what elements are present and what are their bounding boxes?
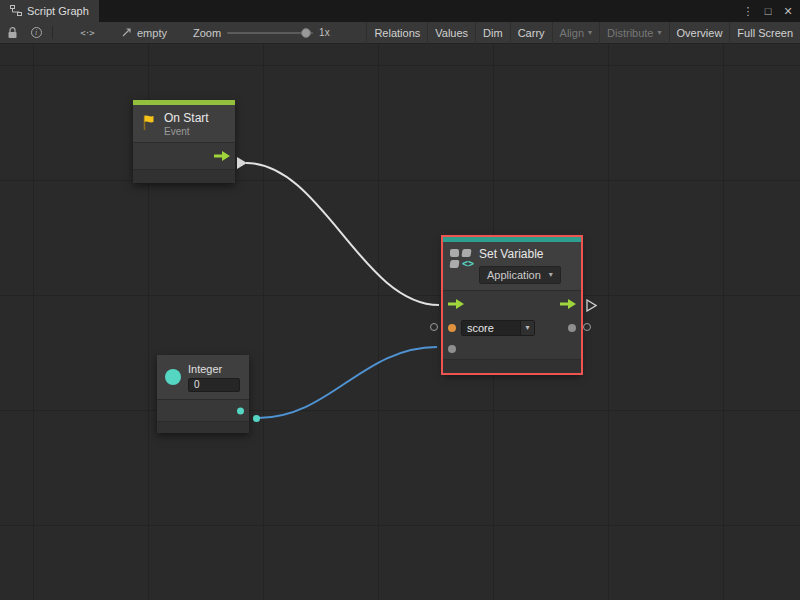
align-button[interactable]: Align▾: [552, 22, 599, 44]
zoom-slider[interactable]: [227, 32, 313, 34]
variable-name-dropdown[interactable]: ▾: [520, 321, 534, 335]
node-subtitle: Event: [164, 126, 209, 137]
relations-button[interactable]: Relations: [366, 22, 427, 44]
distribute-button[interactable]: Distribute▾: [599, 22, 668, 44]
set-variable-texts: Set Variable Application ▾: [479, 247, 561, 284]
set-variable-value-row: score ▾: [443, 317, 581, 339]
variable-name-field[interactable]: score ▾: [461, 320, 535, 336]
variable-box-icon: [450, 249, 459, 257]
zoom-label: Zoom: [193, 27, 221, 39]
variable-name-value[interactable]: score: [462, 321, 520, 335]
carry-button[interactable]: Carry: [510, 22, 552, 44]
variable-box-icon: [461, 249, 471, 257]
window-controls: ⋮ □ ✕: [740, 0, 800, 22]
integer-port-row: [157, 400, 249, 421]
integer-type-icon: [165, 369, 181, 385]
on-start-port-row: [133, 143, 235, 169]
chevron-down-icon: ▾: [525, 324, 529, 332]
code-preview-icon[interactable]: <·>: [75, 22, 99, 43]
flow-continuation-triangle: [586, 299, 597, 314]
selection-cursor-icon: [121, 26, 133, 40]
dim-button[interactable]: Dim: [475, 22, 510, 44]
window-maximize-button[interactable]: □: [760, 3, 776, 19]
node-title: On Start: [164, 111, 209, 125]
fullscreen-button[interactable]: Full Screen: [729, 22, 800, 44]
zoom-control: Zoom 1x: [193, 27, 330, 39]
graph-canvas[interactable]: On Start Event <> Set Variable: [0, 44, 800, 600]
set-variable-header[interactable]: <> Set Variable Application ▾: [443, 242, 581, 290]
integer-output-port[interactable]: [237, 407, 244, 414]
node-footer: [157, 421, 249, 433]
window-tab-bar: Script Graph ⋮ □ ✕: [0, 0, 800, 22]
window-menu-button[interactable]: ⋮: [740, 3, 756, 19]
selection-status: empty: [121, 26, 167, 40]
graph-toolbar: i <·> empty Zoom 1x Relations Values Dim…: [0, 22, 800, 44]
chevron-down-icon: ▾: [658, 29, 662, 37]
port-hint-ring: [583, 323, 591, 331]
chevron-down-icon: ▾: [549, 271, 553, 279]
value-output-port[interactable]: [568, 324, 576, 332]
node-integer[interactable]: Integer 0: [157, 355, 249, 433]
fallback-input-port[interactable]: [448, 345, 456, 353]
value-input-port[interactable]: [448, 324, 456, 332]
flag-icon: [141, 114, 157, 133]
flow-input-port[interactable]: [448, 299, 464, 309]
script-graph-icon: [10, 5, 22, 18]
toolbar-buttons: Relations Values Dim Carry Align▾ Distri…: [366, 22, 800, 44]
node-on-start[interactable]: On Start Event: [133, 100, 235, 183]
on-start-texts: On Start Event: [164, 111, 209, 137]
node-title: Set Variable: [479, 247, 561, 261]
flow-output-port[interactable]: [214, 151, 230, 161]
flow-output-port[interactable]: [560, 299, 576, 309]
code-brackets-icon: <>: [462, 260, 472, 269]
scope-value: Application: [487, 269, 541, 281]
value-connection-integer-setvariable[interactable]: [258, 347, 437, 418]
on-start-header[interactable]: On Start Event: [133, 105, 235, 142]
info-icon[interactable]: i: [24, 22, 48, 43]
selection-label: empty: [137, 27, 167, 39]
set-variable-extra-row: [443, 339, 581, 359]
chevron-down-icon: ▾: [588, 29, 592, 37]
node-set-variable[interactable]: <> Set Variable Application ▾ score: [443, 237, 581, 373]
connection-endpoint-dot: [253, 415, 260, 422]
lock-icon[interactable]: [0, 22, 24, 43]
variable-scope-dropdown[interactable]: Application ▾: [479, 266, 561, 284]
variable-box-icon: [449, 260, 459, 268]
node-footer: [443, 359, 581, 373]
set-variable-icon: <>: [450, 249, 472, 284]
toolbar-separator: [52, 26, 53, 39]
zoom-value: 1x: [319, 27, 330, 38]
window-close-button[interactable]: ✕: [780, 3, 796, 19]
node-footer: [133, 169, 235, 183]
values-button[interactable]: Values: [427, 22, 475, 44]
overview-button[interactable]: Overview: [669, 22, 730, 44]
integer-header[interactable]: Integer 0: [157, 355, 249, 399]
set-variable-flow-row: [443, 291, 581, 317]
connections-layer: [0, 44, 800, 600]
flow-connection-onstart-setvariable[interactable]: [246, 163, 439, 305]
port-hint-ring: [430, 323, 438, 331]
tab-script-graph[interactable]: Script Graph: [0, 0, 99, 22]
node-title: Integer: [188, 363, 240, 375]
integer-texts: Integer 0: [188, 363, 240, 392]
flow-connector-triangle: [237, 157, 247, 169]
integer-value-field[interactable]: 0: [188, 378, 240, 392]
zoom-slider-handle[interactable]: [301, 28, 311, 38]
tab-title: Script Graph: [27, 5, 89, 17]
